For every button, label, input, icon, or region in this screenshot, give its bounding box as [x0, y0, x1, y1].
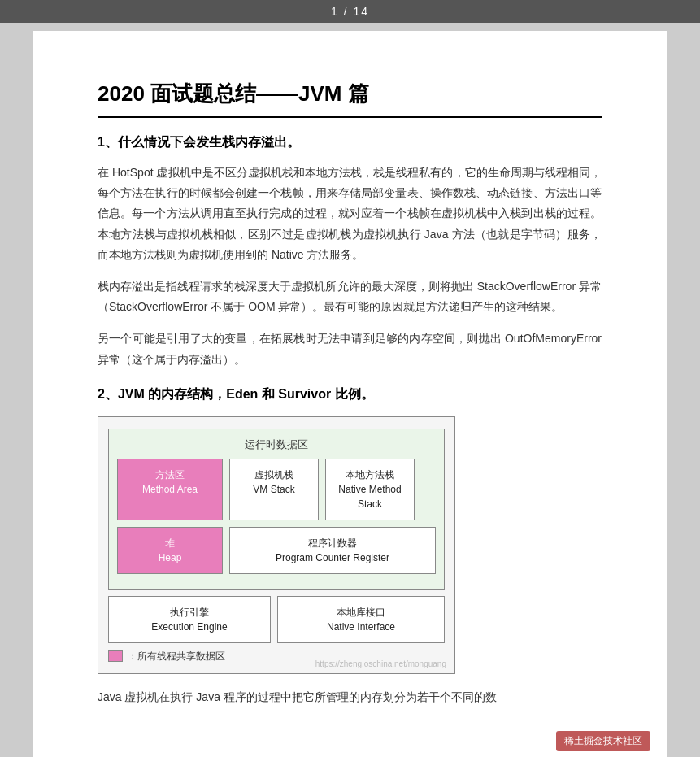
program-counter-cell: 程序计数器 Program Counter Register [229, 527, 436, 574]
program-counter-zh: 程序计数器 [235, 536, 430, 550]
execution-engine-en: Execution Engine [114, 620, 265, 634]
execution-engine-zh: 执行引擎 [114, 605, 265, 620]
page-indicator: 1 / 14 [331, 5, 369, 18]
vm-stack-en: VM Stack [235, 482, 313, 497]
native-interface-cell: 本地库接口 Native Interface [277, 596, 445, 643]
legend-text: ：所有线程共享数据区 [128, 650, 225, 663]
native-method-zh: 本地方法栈 [331, 468, 409, 482]
document-page: 2020 面试题总结——JVM 篇 1、什么情况下会发生栈内存溢出。 在 Hot… [33, 31, 667, 757]
section2-after-paragraph: Java 虚拟机在执行 Java 程序的过程中把它所管理的内存划分为若干个不同的… [98, 687, 602, 707]
heap-zh: 堆 [123, 536, 217, 550]
method-area-zh: 方法区 [123, 468, 217, 482]
diagram-row-1: 方法区 Method Area 虚拟机栈 VM Stack 本地方法栈 Nati… [117, 459, 436, 520]
runtime-area-title: 运行时数据区 [117, 437, 436, 452]
vm-stack-cell: 虚拟机栈 VM Stack [229, 459, 319, 520]
diagram-row-2: 堆 Heap 程序计数器 Program Counter Register [117, 527, 436, 574]
page-indicator-bar: 1 / 14 [0, 0, 700, 23]
native-interface-en: Native Interface [283, 620, 439, 634]
method-area-cell: 方法区 Method Area [117, 459, 223, 520]
community-watermark: 稀土掘金技术社区 [556, 731, 650, 751]
heap-cell: 堆 Heap [117, 527, 223, 574]
section1-paragraph-1: 在 HotSpot 虚拟机中是不区分虚拟机栈和本地方法栈，栈是线程私有的，它的生… [98, 163, 602, 265]
section1-paragraph-2: 栈内存溢出是指线程请求的栈深度大于虚拟机所允许的最大深度，则将抛出 StackO… [98, 276, 602, 317]
section1-heading: 1、什么情况下会发生栈内存溢出。 [98, 134, 602, 151]
execution-engine-cell: 执行引擎 Execution Engine [108, 596, 271, 643]
method-area-en: Method Area [123, 482, 217, 497]
runtime-area-box: 运行时数据区 方法区 Method Area 虚拟机栈 VM Stack 本地方… [108, 429, 445, 590]
section1-paragraph-3: 另一个可能是引用了大的变量，在拓展栈时无法申请到足够的内存空间，则抛出 OutO… [98, 328, 602, 369]
diagram-row-3: 执行引擎 Execution Engine 本地库接口 Native Inter… [108, 596, 445, 643]
legend-color-box [108, 650, 123, 662]
document-title: 2020 面试题总结——JVM 篇 [98, 80, 602, 118]
native-method-stack-cell: 本地方法栈 Native Method Stack [325, 459, 415, 520]
native-method-en: Native Method Stack [331, 482, 409, 511]
jvm-memory-diagram: 运行时数据区 方法区 Method Area 虚拟机栈 VM Stack 本地方… [98, 416, 455, 674]
heap-en: Heap [123, 550, 217, 565]
vm-stack-zh: 虚拟机栈 [235, 468, 313, 482]
diagram-watermark: https://zheng.oschina.net/monguang [315, 659, 446, 668]
section2-heading: 2、JVM 的内存结构，Eden 和 Survivor 比例。 [98, 386, 602, 403]
native-interface-zh: 本地库接口 [283, 605, 439, 620]
program-counter-en: Program Counter Register [235, 550, 430, 565]
